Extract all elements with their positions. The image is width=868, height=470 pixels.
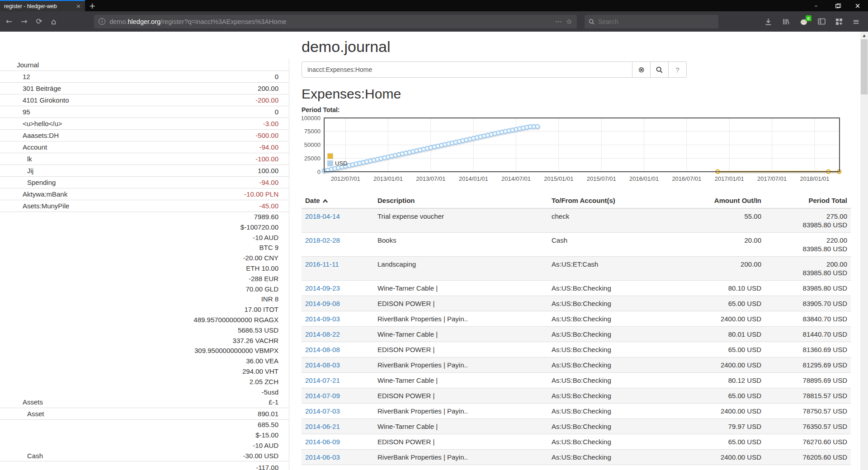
period-total-chart[interactable]: 02500050000750001000002012/07/012013/01/… bbox=[302, 115, 844, 186]
tx-date-link[interactable]: 2018-04-14 bbox=[305, 212, 340, 220]
sidebar-account-link[interactable]: Jij bbox=[0, 166, 33, 176]
scrollbar-thumb[interactable] bbox=[861, 39, 868, 94]
tx-date-link[interactable]: 2014-06-21 bbox=[305, 423, 340, 430]
tx-date-link[interactable]: 2014-08-03 bbox=[305, 361, 340, 369]
column-header-period-total[interactable]: Period Total bbox=[765, 193, 851, 208]
tx-date-link[interactable]: 2014-06-09 bbox=[305, 438, 340, 446]
sidebar-account-link[interactable]: Aktywa:mBank bbox=[0, 189, 67, 200]
table-row[interactable]: 2014-07-03RiverBank Properties | Payin..… bbox=[302, 404, 851, 419]
table-row[interactable]: 2018-04-14Trial expense vouchercheck55.0… bbox=[302, 208, 851, 233]
query-input[interactable] bbox=[302, 61, 632, 78]
table-row[interactable]: 2014-06-09EDISON POWER |As:US:Bo:Checkin… bbox=[302, 434, 851, 450]
table-row[interactable]: 2016-11-11LandscapingAs:US:ET:Cash200.00… bbox=[302, 257, 851, 281]
tx-date-link[interactable]: 2014-09-03 bbox=[305, 315, 340, 323]
home-icon[interactable]: ⌂ bbox=[51, 18, 56, 26]
tx-account: As:US:Bo:Checking bbox=[548, 357, 688, 373]
table-row[interactable]: 2014-09-23Wine-Tarner Cable |As:US:Bo:Ch… bbox=[302, 281, 851, 296]
search-button[interactable] bbox=[651, 61, 669, 78]
tx-date-link[interactable]: 2014-08-08 bbox=[305, 346, 340, 353]
tx-date-link[interactable]: 2014-09-23 bbox=[305, 284, 340, 292]
table-row[interactable]: 2014-08-03RiverBank Properties | Payin..… bbox=[302, 357, 851, 373]
sidebar-account-link[interactable]: 301 Beiträge bbox=[0, 84, 61, 94]
new-tab-button[interactable]: + bbox=[85, 0, 99, 11]
extensions-grid-icon[interactable] bbox=[835, 18, 843, 25]
sidebar-toggle-icon[interactable] bbox=[818, 18, 826, 25]
sidebar-account-balance: -3.00 bbox=[263, 119, 289, 129]
menu-icon[interactable]: ≡ bbox=[853, 17, 859, 26]
addon-icon[interactable]: 0 bbox=[800, 18, 808, 25]
table-row[interactable]: 2014-06-03RiverBank Properties | Payin..… bbox=[302, 450, 851, 465]
tx-amount: 80.03 USD bbox=[688, 465, 765, 470]
table-row[interactable]: 2018-02-28BooksCash20.00220.0083985.80 U… bbox=[302, 233, 851, 257]
tx-date-link[interactable]: 2014-07-21 bbox=[305, 376, 340, 384]
table-row[interactable]: 2014-07-09EDISON POWER |As:US:Bo:Checkin… bbox=[302, 388, 851, 404]
sidebar-account-link[interactable]: lk bbox=[0, 154, 32, 164]
column-header-description[interactable]: Description bbox=[374, 193, 548, 208]
tx-date-link[interactable]: 2014-07-09 bbox=[305, 392, 340, 400]
sidebar-account-link[interactable]: Cash bbox=[0, 451, 43, 461]
chart-legend-entry: USD bbox=[327, 160, 347, 167]
table-row[interactable]: 2014-09-03RiverBank Properties | Payin..… bbox=[302, 311, 851, 327]
reload-icon[interactable]: ⟳ bbox=[36, 18, 42, 25]
x-tick-label: 2012/07/01 bbox=[331, 175, 360, 182]
table-row[interactable]: 2014-06-21Wine-Tarner Cable |As:US:Bo:Ch… bbox=[302, 419, 851, 434]
column-header-amount[interactable]: Amount Out/In bbox=[688, 193, 765, 208]
tx-date-cell: 2014-06-09 bbox=[302, 434, 374, 450]
tx-amount: 2400.00 USD bbox=[688, 450, 765, 465]
sidebar-account-link[interactable]: Assets bbox=[0, 397, 43, 408]
tx-amount: 2400.00 USD bbox=[688, 311, 765, 327]
back-icon[interactable]: ← bbox=[6, 18, 12, 25]
browser-tab[interactable]: register - hledger-web × bbox=[0, 0, 85, 11]
browser-search-box[interactable] bbox=[585, 15, 718, 28]
table-row[interactable]: 2014-08-22Wine-Tarner Cable |As:US:Bo:Ch… bbox=[302, 327, 851, 342]
table-row[interactable]: 2014-09-08EDISON POWER |As:US:Bo:Checkin… bbox=[302, 296, 851, 311]
table-row[interactable]: 2014-07-21Wine-Tarner Cable |As:US:Bo:Ch… bbox=[302, 373, 851, 388]
download-icon[interactable] bbox=[764, 18, 772, 25]
tx-date-link[interactable]: 2014-06-03 bbox=[305, 453, 340, 461]
sidebar-account-link[interactable]: Asset bbox=[0, 409, 44, 419]
table-row[interactable]: 2014-08-08EDISON POWER |As:US:Bo:Checkin… bbox=[302, 342, 851, 357]
url-text[interactable]: demo.hledger.org/register?q=inacct%3AExp… bbox=[109, 18, 551, 25]
legend-swatch-icon bbox=[327, 160, 333, 166]
page-actions-icon[interactable]: ⋯ bbox=[555, 18, 562, 26]
sidebar-account-link[interactable]: 4101 Girokonto bbox=[0, 95, 69, 106]
column-header-date[interactable]: Date bbox=[302, 193, 374, 208]
close-button[interactable]: × bbox=[847, 0, 868, 11]
x-tick-label: 2016/07/01 bbox=[672, 175, 701, 182]
library-icon[interactable] bbox=[782, 18, 790, 25]
sidebar-account-link[interactable]: Spending bbox=[0, 178, 56, 188]
page-scrollbar[interactable]: ▲ bbox=[860, 32, 868, 470]
sidebar-row: Cash685.50$-15.00-10 AUD-30.00 USD bbox=[0, 420, 289, 461]
tx-account: As:US:Bo:Checking bbox=[548, 404, 688, 419]
sidebar-account-link[interactable]: Account bbox=[0, 142, 47, 153]
sidebar-row: Aaasets:DH-500.00 bbox=[0, 130, 289, 141]
tx-date-link[interactable]: 2018-02-28 bbox=[305, 236, 340, 244]
column-header-account[interactable]: To/From Account(s) bbox=[548, 193, 688, 208]
bookmark-star-icon[interactable]: ☆ bbox=[566, 17, 572, 26]
sidebar-account-balance: 0 bbox=[275, 72, 289, 82]
restore-button[interactable] bbox=[826, 0, 847, 11]
tx-date-link[interactable]: 2016-11-11 bbox=[305, 260, 339, 268]
minimize-button[interactable]: – bbox=[806, 0, 826, 11]
browser-search-input[interactable] bbox=[598, 18, 714, 25]
sidebar-account-link[interactable]: Journal bbox=[0, 60, 39, 70]
sidebar-account-link[interactable]: Asets:MunyPile bbox=[0, 201, 69, 212]
url-bar[interactable]: i demo.hledger.org/register?q=inacct%3AE… bbox=[94, 15, 577, 28]
tx-account: As:US:Bo:Checking bbox=[548, 419, 688, 434]
forward-icon[interactable]: → bbox=[21, 18, 27, 25]
tx-date-link[interactable]: 2014-08-22 bbox=[305, 330, 340, 338]
tx-account: As:US:Bo:Checking bbox=[548, 311, 688, 327]
site-info-icon[interactable]: i bbox=[99, 18, 105, 25]
sidebar-account-link[interactable]: 12 bbox=[0, 72, 30, 82]
clear-query-button[interactable]: ⊗ bbox=[632, 61, 651, 78]
tx-date-cell: 2016-11-11 bbox=[302, 257, 374, 281]
sidebar-account-link[interactable]: Aaasets:DH bbox=[0, 131, 59, 141]
tab-close-icon[interactable]: × bbox=[76, 3, 81, 9]
sidebar-account-link[interactable]: <u>hello</u> bbox=[0, 119, 62, 129]
tx-date-link[interactable]: 2014-07-03 bbox=[305, 407, 340, 415]
table-row[interactable]: 2014-05-21Wine-Tarner Cable |As:US:Bo:Ch… bbox=[302, 465, 851, 470]
scrollbar-up-arrow[interactable]: ▲ bbox=[860, 32, 868, 39]
sidebar-account-link[interactable]: 95 bbox=[0, 107, 30, 118]
help-button[interactable]: ? bbox=[669, 61, 687, 78]
tx-date-link[interactable]: 2014-09-08 bbox=[305, 300, 340, 307]
